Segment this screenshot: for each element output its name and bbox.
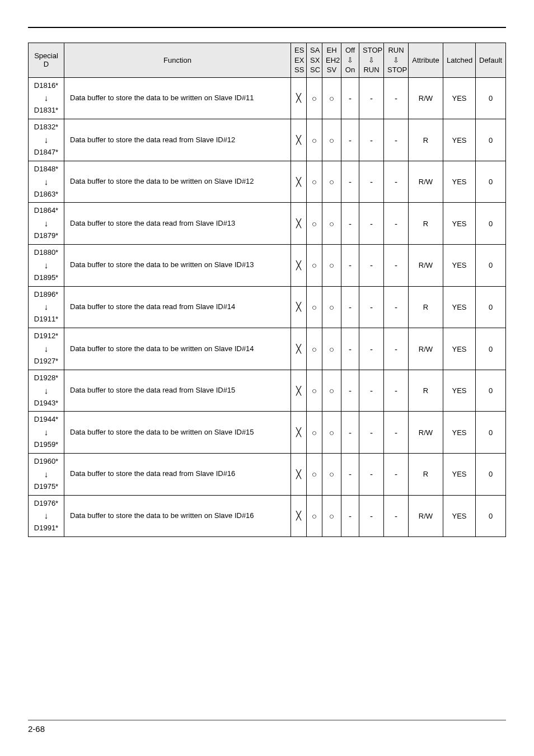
cell-eh: ○ [322, 328, 341, 370]
cell-default: 0 [476, 412, 506, 454]
table-row: D1960*↓D1975*Data buffer to store the da… [29, 453, 506, 495]
special-d-range: D1960*↓D1975* [29, 453, 64, 495]
cell-eh: ○ [322, 453, 341, 495]
function-desc: Data buffer to store the data read from … [64, 119, 291, 161]
header-stack: ESEXSS [294, 45, 303, 75]
cell-attribute: R [409, 203, 443, 245]
register-table: Special D Function ESEXSS SASXSC EHEH2SV… [28, 43, 506, 537]
cell-default: 0 [476, 203, 506, 245]
dash-icon: - [395, 386, 397, 395]
cell-run: - [384, 328, 409, 370]
table-row: D1896*↓D1911*Data buffer to store the da… [29, 286, 506, 328]
header-stack: STOP⇩RUN [363, 45, 380, 75]
col-run-stop: RUN⇩STOP [384, 43, 409, 78]
table-row: D1848*↓D1863*Data buffer to store the da… [29, 161, 506, 203]
col-special-d: Special D [29, 43, 64, 78]
dash-icon: - [395, 94, 397, 103]
cell-es: ╳ [291, 286, 307, 328]
circle-icon: ○ [329, 469, 334, 479]
dash-icon: - [349, 344, 352, 354]
table-row: D1816*↓D1831*Data buffer to store the da… [29, 77, 506, 119]
cell-off: - [341, 370, 359, 412]
cell-attribute: R [409, 286, 443, 328]
special-d-range: D1864*↓D1879* [29, 203, 64, 245]
circle-icon: ○ [329, 136, 334, 145]
page-number: 2-68 [28, 724, 506, 734]
table-row: D1976*↓D1991*Data buffer to store the da… [29, 495, 506, 537]
dash-icon: - [370, 219, 373, 228]
cell-attribute: R/W [409, 495, 443, 537]
cell-attribute: R/W [409, 245, 443, 287]
cell-latched: YES [443, 203, 476, 245]
dash-icon: - [370, 177, 373, 186]
cross-icon: ╳ [296, 135, 301, 144]
cell-eh: ○ [322, 77, 341, 119]
cell-attribute: R [409, 119, 443, 161]
dash-icon: - [395, 302, 397, 312]
special-d-range: D1976*↓D1991* [29, 495, 64, 537]
dash-icon: - [349, 511, 352, 521]
cross-icon: ╳ [296, 427, 301, 437]
function-desc: Data buffer to store the data read from … [64, 453, 291, 495]
dash-icon: - [370, 344, 373, 354]
cell-default: 0 [476, 119, 506, 161]
range-to: D1847* [34, 148, 58, 156]
dash-icon: - [370, 136, 373, 145]
range-to: D1959* [34, 440, 58, 449]
cell-sa: ○ [307, 203, 322, 245]
footer-border [28, 720, 506, 721]
range-from: D1976* [34, 499, 58, 507]
table-row: D1832*↓D1847*Data buffer to store the da… [29, 119, 506, 161]
dash-icon: - [395, 344, 397, 354]
cell-stop: - [359, 286, 384, 328]
page-footer: 2-68 [28, 720, 506, 734]
down-arrow-icon: ↓ [44, 260, 49, 270]
circle-icon: ○ [312, 428, 317, 437]
cell-stop: - [359, 161, 384, 203]
dash-icon: - [370, 260, 373, 270]
col-stop-run: STOP⇩RUN [359, 43, 384, 78]
cell-stop: - [359, 328, 384, 370]
cell-run: - [384, 370, 409, 412]
cell-attribute: R/W [409, 412, 443, 454]
cell-latched: YES [443, 370, 476, 412]
cell-eh: ○ [322, 370, 341, 412]
cell-es: ╳ [291, 245, 307, 287]
range-from: D1896* [34, 290, 58, 298]
cell-sa: ○ [307, 495, 322, 537]
cell-default: 0 [476, 453, 506, 495]
cell-default: 0 [476, 161, 506, 203]
cell-off: - [341, 245, 359, 287]
cell-off: - [341, 412, 359, 454]
top-border [28, 27, 506, 28]
cross-icon: ╳ [296, 386, 301, 395]
function-desc: Data buffer to store the data to be writ… [64, 245, 291, 287]
special-d-range: D1880*↓D1895* [29, 245, 64, 287]
cell-attribute: R/W [409, 161, 443, 203]
cell-stop: - [359, 245, 384, 287]
dash-icon: - [395, 177, 397, 186]
cell-default: 0 [476, 286, 506, 328]
dash-icon: - [349, 469, 352, 479]
cell-attribute: R [409, 370, 443, 412]
cell-stop: - [359, 370, 384, 412]
cell-es: ╳ [291, 203, 307, 245]
header-text: Function [163, 56, 191, 64]
cross-icon: ╳ [296, 344, 301, 353]
cell-es: ╳ [291, 161, 307, 203]
function-desc: Data buffer to store the data to be writ… [64, 328, 291, 370]
cell-stop: - [359, 453, 384, 495]
cross-icon: ╳ [296, 469, 301, 479]
col-default: Default [476, 43, 506, 78]
header-stack: Off⇩On [345, 45, 355, 75]
function-desc: Data buffer to store the data to be writ… [64, 161, 291, 203]
header-text: Latched [447, 56, 472, 64]
down-arrow-icon: ↓ [44, 93, 49, 102]
range-to: D1943* [34, 399, 58, 407]
down-arrow-icon: ↓ [44, 135, 49, 144]
range-to: D1911* [34, 315, 58, 323]
dash-icon: - [349, 177, 352, 186]
range-from: D1864* [34, 206, 58, 214]
header-stack: EHEH2SV [326, 45, 338, 75]
range-to: D1991* [34, 524, 58, 532]
